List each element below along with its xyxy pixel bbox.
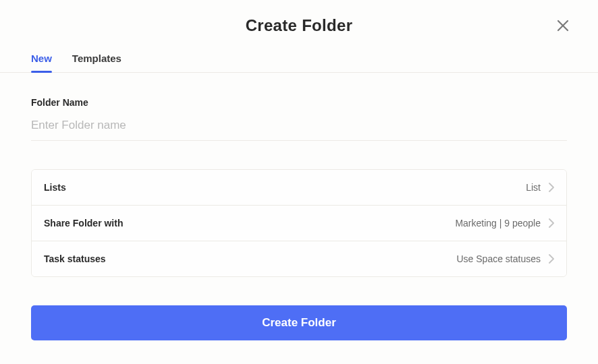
option-lists-value: List: [526, 182, 541, 193]
option-statuses-value: Use Space statuses: [456, 253, 541, 264]
create-folder-button[interactable]: Create Folder: [31, 305, 567, 340]
tab-new[interactable]: New: [31, 53, 52, 72]
folder-name-input[interactable]: [31, 116, 567, 141]
option-share-label: Share Folder with: [44, 218, 123, 229]
folder-name-label: Folder Name: [31, 97, 567, 108]
chevron-right-icon: [549, 218, 554, 228]
option-lists-label: Lists: [44, 182, 66, 193]
close-icon: [555, 24, 571, 36]
modal-footer: Create Folder: [0, 277, 598, 340]
option-statuses[interactable]: Task statuses Use Space statuses: [32, 241, 566, 276]
options-list: Lists List Share Folder with Marketing |…: [31, 169, 567, 277]
modal-header: Create Folder: [0, 0, 598, 35]
option-statuses-label: Task statuses: [44, 253, 106, 264]
chevron-right-icon: [549, 254, 554, 264]
tabs: New Templates: [0, 53, 598, 73]
option-lists[interactable]: Lists List: [32, 170, 566, 205]
option-share-value: Marketing | 9 people: [455, 218, 541, 229]
option-share[interactable]: Share Folder with Marketing | 9 people: [32, 205, 566, 241]
tab-templates[interactable]: Templates: [72, 53, 121, 72]
chevron-right-icon: [549, 183, 554, 192]
create-folder-modal: Create Folder New Templates Folder Name …: [0, 0, 598, 364]
modal-content: Folder Name Lists List Share Folder with: [0, 73, 598, 277]
close-button[interactable]: [555, 18, 571, 34]
modal-title: Create Folder: [0, 16, 598, 35]
